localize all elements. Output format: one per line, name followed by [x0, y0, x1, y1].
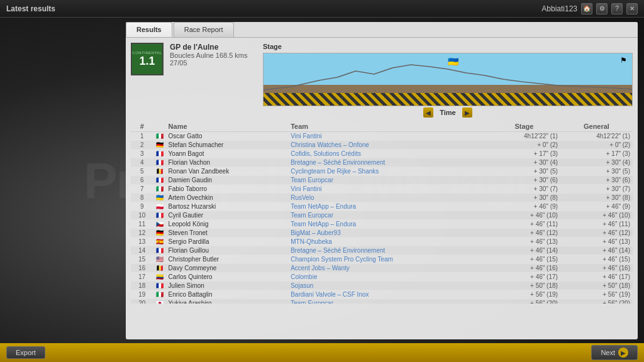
rider-name: Julien Simon — [166, 282, 289, 290]
top-bar-right: Abbiati123 🏠 ⚙ ? ✕ — [541, 3, 638, 14]
rider-pos: 15 — [131, 255, 153, 264]
rider-team: Team Europcar — [288, 211, 488, 220]
rider-flag: 🇵🇱 — [153, 202, 166, 211]
results-table: # Name Team Stage General 1 🇮🇹 Oscar Gat… — [131, 121, 633, 304]
table-row: 1 🇮🇹 Oscar Gatto Vini Fantini 4h12'22" (… — [131, 132, 633, 141]
rider-flag: 🇯🇵 — [153, 299, 166, 304]
rider-general-time: + 46" (11) — [560, 220, 633, 229]
next-arrow-icon: ▶ — [618, 348, 628, 358]
home-button[interactable]: 🏠 — [581, 3, 592, 14]
rider-team: MTN-Qhubeka — [288, 238, 488, 246]
main-panel: Results Race Report CONTINENTAL 1.1 GP d… — [126, 22, 638, 339]
col-flag — [153, 121, 166, 132]
rider-flag: 🇫🇷 — [153, 176, 166, 185]
rider-flag: 🇨🇴 — [153, 273, 166, 282]
stage-next-button[interactable]: ▶ — [462, 107, 472, 118]
rider-pos: 5 — [131, 167, 153, 176]
rider-flag: 🇺🇦 — [153, 194, 166, 202]
help-button[interactable]: ? — [611, 3, 623, 14]
rider-pos: 9 — [131, 202, 153, 211]
rider-flag: 🇫🇷 — [153, 211, 166, 220]
rider-general-time: + 46" (16) — [560, 264, 633, 273]
rider-team: Cyclingteam De Rijke – Shanks — [288, 167, 488, 176]
settings-button[interactable]: ⚙ — [596, 3, 608, 14]
rider-team: Accent Jobs – Wanty — [288, 264, 488, 273]
race-badge: CONTINENTAL 1.1 — [131, 43, 164, 75]
rider-team: Sojasun — [288, 282, 488, 290]
finish-marker: ⚑ — [620, 56, 627, 65]
table-row: 16 🇧🇪 Davy Commeyne Accent Jobs – Wanty … — [131, 264, 633, 273]
results-scroll-area[interactable]: # Name Team Stage General 1 🇮🇹 Oscar Gat… — [131, 121, 633, 304]
rider-general-time: + 46" (9) — [560, 202, 633, 211]
rider-stage-time: 4h12'22" (1) — [488, 132, 560, 141]
export-button[interactable]: Export — [6, 346, 45, 359]
rider-pos: 17 — [131, 273, 153, 282]
rider-stage-time: + 46" (15) — [488, 255, 560, 264]
table-row: 3 🇫🇷 Yoann Bagot Cofidis, Solutions Créd… — [131, 150, 633, 158]
tab-race-report[interactable]: Race Report — [174, 22, 234, 37]
table-row: 4 🇫🇷 Florian Vachon Bretagne – Séché Env… — [131, 158, 633, 167]
rider-team: Colombie — [288, 273, 488, 282]
rider-general-time: + 56" (20) — [560, 299, 633, 304]
rider-pos: 4 — [131, 158, 153, 167]
table-row: 6 🇫🇷 Damien Gaudin Team Europcar + 30" (… — [131, 176, 633, 185]
race-location: Boucles Aulne 168.5 kms — [170, 52, 257, 59]
rider-team: BigMat – Auber93 — [288, 229, 488, 238]
stage-profile-svg — [264, 55, 632, 93]
table-row: 12 🇩🇪 Steven Tronet BigMat – Auber93 + 4… — [131, 229, 633, 238]
rider-name: Davy Commeyne — [166, 264, 289, 273]
bottom-bar: Export Next ▶ — [0, 343, 644, 362]
race-details: GP de l'Aulne Boucles Aulne 168.5 kms 27… — [170, 43, 257, 67]
rider-stage-time: + 46" (16) — [488, 264, 560, 273]
rider-general-time: + 46" (15) — [560, 255, 633, 264]
stage-finish-stripes — [264, 93, 632, 106]
stage-section: Stage 🇺🇦 ⚑ ◀ Time ▶ — [263, 43, 633, 119]
tabs: Results Race Report — [126, 22, 638, 38]
rider-flag: 🇮🇹 — [153, 185, 166, 194]
rider-name: Oscar Gatto — [166, 132, 289, 141]
table-header-row: # Name Team Stage General — [131, 121, 633, 132]
rider-stage-time: + 50" (18) — [488, 282, 560, 290]
rider-flag: 🇮🇹 — [153, 290, 166, 299]
stage-map: 🇺🇦 ⚑ — [263, 53, 633, 106]
rider-pos: 18 — [131, 282, 153, 290]
rider-pos: 6 — [131, 176, 153, 185]
close-button[interactable]: ✕ — [626, 3, 638, 14]
rider-general-time: + 30" (5) — [560, 167, 633, 176]
rider-flag: 🇧🇪 — [153, 167, 166, 176]
rider-flag: 🇩🇪 — [153, 141, 166, 150]
rider-team: Christina Watches – Onfone — [288, 141, 488, 150]
race-name: GP de l'Aulne — [170, 43, 257, 52]
app-title: Latest results — [6, 4, 55, 13]
username: Abbiati123 — [541, 4, 577, 13]
rider-general-time: + 46" (17) — [560, 273, 633, 282]
rider-flag: 🇩🇪 — [153, 229, 166, 238]
rider-pos: 13 — [131, 238, 153, 246]
table-row: 5 🇧🇪 Ronan Van Zandbeek Cyclingteam De R… — [131, 167, 633, 176]
rider-general-time: 4h12'22" (1) — [560, 132, 633, 141]
rider-name: Fabio Taborro — [166, 185, 289, 194]
table-row: 10 🇫🇷 Cyril Gautier Team Europcar + 46" … — [131, 211, 633, 220]
rider-pos: 7 — [131, 185, 153, 194]
rider-pos: 3 — [131, 150, 153, 158]
rider-name: Yukiya Arashiro — [166, 299, 289, 304]
table-row: 9 🇵🇱 Bartosz Huzarski Team NetApp – Endu… — [131, 202, 633, 211]
race-info-row: CONTINENTAL 1.1 GP de l'Aulne Boucles Au… — [131, 43, 257, 75]
rider-team: Champion System Pro Cycling Team — [288, 255, 488, 264]
rider-stage-time: + 46" (14) — [488, 246, 560, 255]
rider-stage-time: + 46" (17) — [488, 273, 560, 282]
next-button[interactable]: Next ▶ — [591, 345, 638, 360]
tab-results[interactable]: Results — [126, 22, 172, 37]
stage-prev-button[interactable]: ◀ — [423, 107, 433, 118]
rider-name: Leopold König — [166, 220, 289, 229]
rider-flag: 🇫🇷 — [153, 158, 166, 167]
rider-team: Bardiani Valvole – CSF Inox — [288, 290, 488, 299]
col-general: General — [560, 121, 633, 132]
rider-stage-time: + 30" (6) — [488, 176, 560, 185]
rider-stage-time: + 56" (19) — [488, 290, 560, 299]
col-stage: Stage — [488, 121, 560, 132]
rider-stage-time: + 46" (10) — [488, 211, 560, 220]
rider-team: Team NetApp – Endura — [288, 220, 488, 229]
rider-pos: 16 — [131, 264, 153, 273]
rider-flag: 🇫🇷 — [153, 246, 166, 255]
